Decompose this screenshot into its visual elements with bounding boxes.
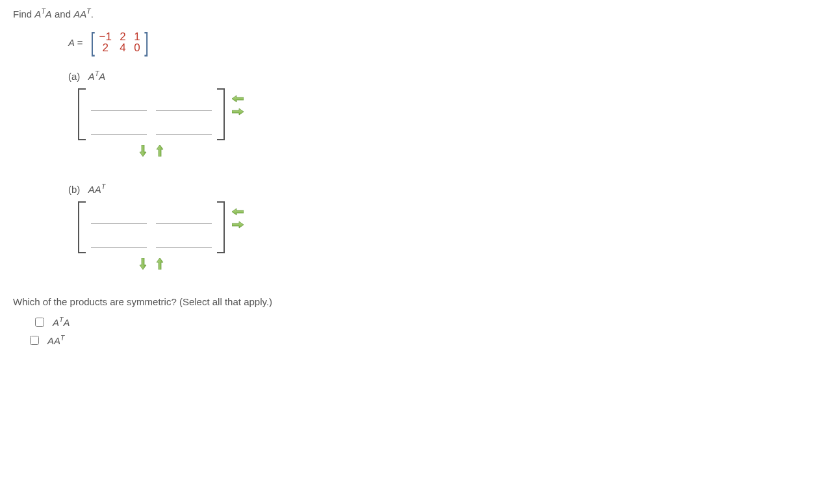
matrix-a-brackets: [ −1 2 1 2 4 0 ] xyxy=(89,29,150,56)
opt1-a: A xyxy=(53,317,59,328)
and-text: and xyxy=(52,8,73,19)
part-b-row-controls xyxy=(136,257,803,270)
part-b-label: (b) AAT xyxy=(68,182,803,196)
opt2-a: AA xyxy=(47,335,60,346)
opt1-a2: A xyxy=(63,317,70,328)
part-b-cell-0-0[interactable] xyxy=(91,207,147,224)
ata-a2: A xyxy=(45,8,52,19)
prompt-text: Find xyxy=(13,8,34,19)
part-a-cell-0-1[interactable] xyxy=(156,94,212,111)
prompt-suffix: . xyxy=(91,8,94,19)
part-a-label: (a) ATA xyxy=(68,69,803,83)
add-row-button[interactable] xyxy=(136,144,149,157)
part-b-cell-0-1[interactable] xyxy=(156,207,212,224)
symmetric-option-ata: ATA xyxy=(32,315,803,329)
matrix-a-grid: −1 2 1 2 4 0 xyxy=(97,29,143,56)
remove-row-button[interactable] xyxy=(153,144,166,157)
matrix-cell: 2 xyxy=(99,42,112,53)
svg-marker-3 xyxy=(157,145,163,157)
symmetric-option-aat: AAT xyxy=(27,333,803,347)
left-bracket: [ xyxy=(91,29,96,56)
part-b-cell-1-1[interactable] xyxy=(156,231,212,248)
symmetric-question: Which of the products are symmetric? (Se… xyxy=(13,295,803,309)
part-a-cell-0-0[interactable] xyxy=(91,94,147,111)
add-row-button[interactable] xyxy=(136,257,149,270)
matrix-a-definition: A = [ −1 2 1 2 4 0 ] xyxy=(68,29,803,56)
part-b-brackets xyxy=(78,201,225,253)
remove-column-button[interactable] xyxy=(231,205,244,218)
part-b-col-controls xyxy=(231,201,244,235)
right-bracket xyxy=(217,201,225,253)
right-bracket xyxy=(217,88,225,140)
matrix-cell: 1 xyxy=(134,31,140,42)
part-b-answer-matrix xyxy=(78,201,803,253)
checkbox-ata[interactable] xyxy=(35,318,44,327)
svg-marker-6 xyxy=(140,258,146,270)
svg-marker-2 xyxy=(140,145,146,157)
part-a-expr-a: A xyxy=(88,71,95,82)
part-b-expr-a: AA xyxy=(88,184,101,195)
option-aat-label: AAT xyxy=(47,333,64,347)
part-a-cell-1-1[interactable] xyxy=(156,118,212,135)
question-prompt: Find ATA and AAT. xyxy=(13,6,803,21)
opt2-t: T xyxy=(60,334,64,342)
add-column-button[interactable] xyxy=(231,105,244,118)
ata-a1: A xyxy=(34,8,41,19)
remove-row-button[interactable] xyxy=(153,257,166,270)
part-a-cell-1-0[interactable] xyxy=(91,118,147,135)
checkbox-aat[interactable] xyxy=(30,336,39,345)
part-a-answer-matrix xyxy=(78,88,803,140)
matrix-cell: 0 xyxy=(134,42,140,53)
part-a-row-controls xyxy=(136,144,803,157)
matrix-cell: 2 xyxy=(120,31,126,42)
part-a-marker: (a) xyxy=(68,71,80,82)
part-a-expr-a2: A xyxy=(99,71,105,82)
option-ata-label: ATA xyxy=(53,315,70,329)
aat-a: AA xyxy=(73,8,86,19)
part-a-brackets xyxy=(78,88,225,140)
matrix-a-label: A = xyxy=(68,36,83,49)
remove-column-button[interactable] xyxy=(231,92,244,105)
svg-marker-7 xyxy=(157,258,163,270)
add-column-button[interactable] xyxy=(231,218,244,231)
svg-marker-0 xyxy=(232,95,244,102)
part-a-cells xyxy=(86,88,217,140)
part-b-cells xyxy=(86,201,217,253)
part-b-cell-1-0[interactable] xyxy=(91,231,147,248)
left-bracket xyxy=(78,201,86,253)
left-bracket xyxy=(78,88,86,140)
svg-marker-4 xyxy=(232,208,244,215)
part-a-col-controls xyxy=(231,88,244,122)
matrix-cell: 4 xyxy=(120,42,126,53)
right-bracket: ] xyxy=(144,29,149,56)
matrix-cell: −1 xyxy=(99,31,112,42)
part-b-expr-t: T xyxy=(101,183,105,190)
svg-marker-5 xyxy=(232,221,244,228)
part-b-marker: (b) xyxy=(68,184,80,195)
svg-marker-1 xyxy=(232,108,244,115)
